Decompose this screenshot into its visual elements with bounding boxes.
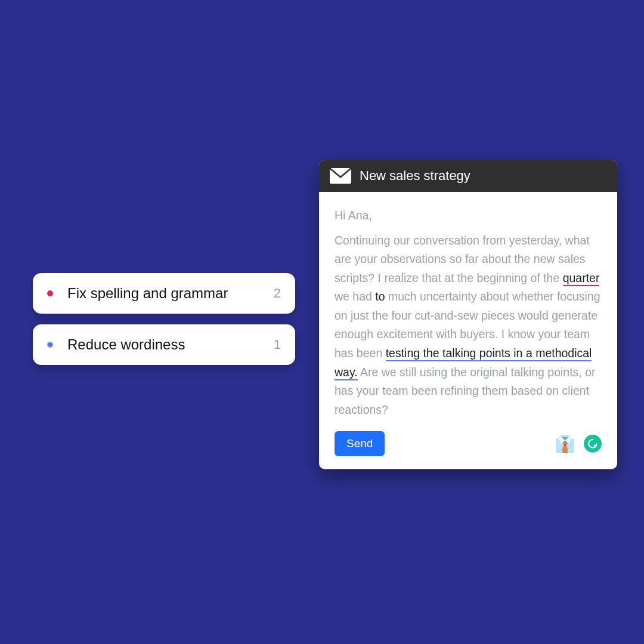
footer-icons: 👔 [555, 434, 602, 454]
suggestion-list: Fix spelling and grammar 2 Reduce wordin… [33, 273, 295, 376]
email-paragraph: Continuing our conversation from yesterd… [335, 231, 602, 420]
shirt-icon[interactable]: 👔 [555, 434, 575, 454]
suggestion-label: Reduce wordiness [67, 336, 267, 353]
envelope-icon [330, 168, 351, 184]
text-segment: Continuing our conversation from yesterd… [335, 234, 590, 284]
text-segment: we had [335, 290, 375, 303]
suggestion-card-wordiness[interactable]: Reduce wordiness 1 [33, 324, 295, 365]
suggestion-count: 2 [274, 286, 281, 301]
suggestion-label: Fix spelling and grammar [67, 285, 267, 302]
dot-blue-icon [47, 342, 53, 348]
email-footer: Send 👔 [319, 431, 617, 469]
suggestion-card-spelling[interactable]: Fix spelling and grammar 2 [33, 273, 295, 314]
underlined-word-quarter[interactable]: quarter [563, 271, 600, 286]
text-segment: Are we still using the original talking … [335, 366, 596, 416]
dot-red-icon [47, 290, 53, 296]
suggestion-count: 1 [274, 337, 281, 352]
send-button[interactable]: Send [335, 431, 385, 456]
email-panel: New sales strategy Hi Ana, Continuing ou… [319, 160, 617, 469]
email-greeting: Hi Ana, [335, 206, 602, 225]
highlight-word-to[interactable]: to [375, 290, 385, 303]
email-title: New sales strategy [360, 168, 470, 184]
email-header: New sales strategy [319, 160, 617, 192]
email-body[interactable]: Hi Ana, Continuing our conversation from… [319, 192, 617, 431]
grammarly-icon[interactable] [584, 435, 602, 453]
